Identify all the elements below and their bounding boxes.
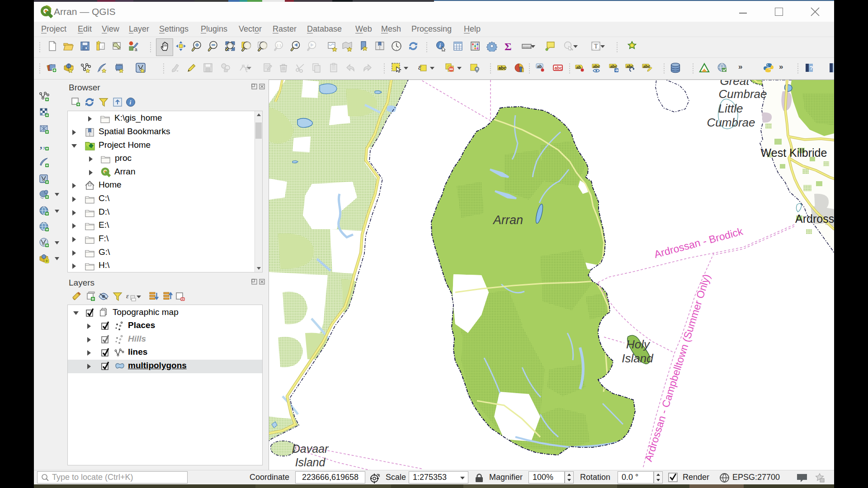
svg-text:ab: ab <box>576 65 581 70</box>
svg-text:ab: ab <box>537 64 542 69</box>
svg-text:a: a <box>135 47 137 52</box>
svg-text:Great: Great <box>720 80 750 88</box>
svg-text:ε: ε <box>126 292 129 300</box>
svg-text:Little: Little <box>718 102 743 115</box>
svg-text:Σ: Σ <box>505 41 512 52</box>
svg-text:Holy: Holy <box>626 338 651 351</box>
svg-text:Island: Island <box>295 456 326 469</box>
svg-text:abc: abc <box>610 64 618 69</box>
svg-text:abc: abc <box>643 64 651 69</box>
svg-text:Ardrossan: Ardrossan <box>795 212 834 225</box>
svg-text:ε: ε <box>418 63 421 71</box>
svg-text:,: , <box>40 141 42 150</box>
svg-text:Cumbrae: Cumbrae <box>719 87 767 101</box>
svg-text:abc: abc <box>499 66 507 70</box>
svg-text:T: T <box>594 43 598 50</box>
svg-text:i: i <box>130 99 132 106</box>
svg-text:Island: Island <box>622 352 654 365</box>
svg-text:?: ? <box>810 65 813 71</box>
svg-text:i: i <box>439 42 441 49</box>
svg-text:Arran: Arran <box>492 213 523 227</box>
svg-text:abc: abc <box>593 64 600 69</box>
svg-text:Cumbrae: Cumbrae <box>707 116 755 129</box>
svg-text:1:1: 1:1 <box>277 43 282 47</box>
svg-text:Davaar: Davaar <box>292 442 329 455</box>
svg-text:abc: abc <box>555 66 563 70</box>
svg-text:West Kilbride: West Kilbride <box>761 146 827 159</box>
svg-text:,: , <box>43 141 46 150</box>
